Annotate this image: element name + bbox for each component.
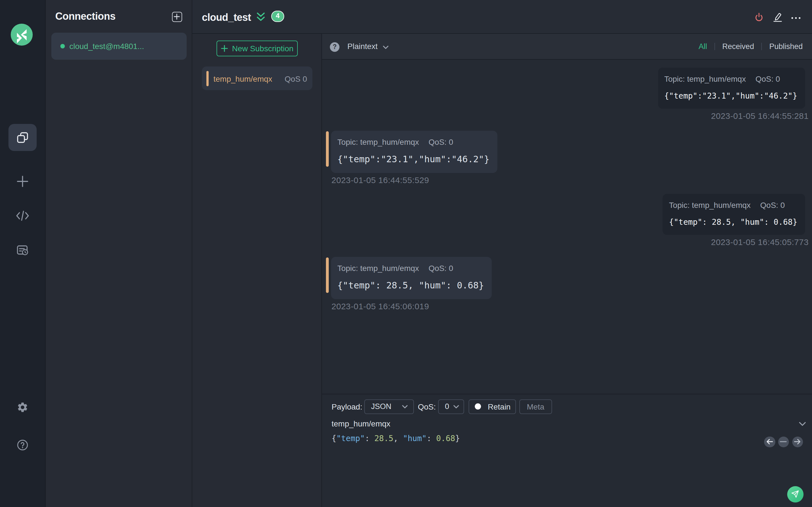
message-qos: QoS: 0	[755, 74, 780, 83]
message-topic: Topic: temp_hum/emqx	[338, 264, 419, 273]
message-bubble[interactable]: Topic: temp_hum/emqxQoS: 0 {"temp": 28.5…	[331, 257, 492, 299]
topic-color-bar	[326, 258, 329, 293]
mqttx-app-window: Connections cloud_test@m4801... cloud_te…	[0, 0, 812, 507]
arrow-right-icon	[794, 439, 801, 445]
mqttx-logo	[11, 24, 33, 46]
connection-name: cloud_test@m4801...	[69, 42, 144, 51]
left-icon-rail	[0, 0, 46, 507]
subscription-item[interactable]: temp_hum/emqx QoS 0	[202, 66, 312, 90]
payload-help-icon[interactable]: ?	[330, 42, 340, 52]
code-icon	[16, 210, 29, 221]
connections-icon	[16, 131, 29, 144]
published-message: Topic: temp_hum/emqxQoS: 0 {"temp": 28.5…	[663, 193, 805, 247]
message-timestamp: 2023-01-05 16:44:55:529	[332, 175, 497, 185]
topic-color-bar	[206, 71, 209, 86]
plus-icon	[174, 13, 180, 20]
send-button[interactable]	[787, 486, 803, 502]
sidebar-item-log[interactable]	[8, 237, 37, 264]
tab-separator	[714, 43, 715, 50]
message-topic: Topic: temp_hum/emqx	[338, 137, 419, 147]
sidebar-item-script[interactable]	[8, 202, 37, 229]
message-timestamp: 2023-01-05 16:45:06:019	[332, 301, 492, 312]
subscriptions-panel: New Subscription temp_hum/emqx QoS 0	[192, 34, 322, 507]
messages-toolbar: ? Plaintext All Received Published	[322, 34, 812, 59]
received-message: Topic: temp_hum/emqxQoS: 0 {"temp": 28.5…	[331, 257, 492, 312]
qos-label: QoS:	[418, 399, 436, 414]
meta-button[interactable]: Meta	[519, 399, 552, 414]
edit-connection-button[interactable]	[772, 12, 783, 22]
add-connection-button[interactable]	[172, 12, 182, 22]
collapse-panel-icon[interactable]	[257, 12, 265, 21]
message-topic: Topic: temp_hum/emqx	[664, 74, 746, 83]
message-qos: QoS: 0	[428, 137, 453, 147]
connections-panel: Connections cloud_test@m4801...	[46, 0, 192, 507]
paper-plane-icon	[791, 490, 799, 498]
message-list: Topic: temp_hum/emqxQoS: 0 {"temp":"23.1…	[322, 59, 812, 393]
message-payload: {"temp":"23.1","hum":"46.2"}	[664, 90, 797, 102]
page-title: cloud_test	[202, 12, 251, 24]
connection-list-item[interactable]: cloud_test@m4801...	[51, 33, 187, 60]
publish-panel: Payload: JSON QoS: 0 Retain Meta temp_hu…	[322, 393, 812, 507]
gear-icon	[17, 401, 29, 413]
chevron-down-icon	[402, 405, 408, 408]
chevron-down-icon	[453, 405, 459, 408]
help-icon	[16, 439, 29, 451]
messages-area: ? Plaintext All Received Published Topic…	[322, 34, 812, 507]
payload-format-select[interactable]: JSON	[364, 399, 414, 414]
history-prev-button[interactable]	[764, 436, 775, 447]
message-format-select[interactable]: Plaintext	[347, 42, 377, 51]
new-subscription-button[interactable]: New Subscription	[216, 41, 298, 56]
retain-toggle[interactable]: Retain	[469, 399, 516, 414]
publish-topic-input[interactable]: temp_hum/emqx	[332, 418, 391, 429]
tab-published[interactable]: Published	[769, 42, 803, 50]
plus-icon	[221, 45, 227, 52]
tab-all[interactable]: All	[699, 42, 707, 50]
message-bubble[interactable]: Topic: temp_hum/emqxQoS: 0 {"temp":"23.1…	[658, 68, 805, 109]
disconnect-button[interactable]	[754, 12, 764, 22]
retain-radio-icon	[475, 403, 481, 409]
payload-label: Payload:	[332, 399, 362, 414]
published-message: Topic: temp_hum/emqxQoS: 0 {"temp":"23.1…	[658, 68, 805, 121]
collapse-editor-icon[interactable]	[799, 421, 806, 426]
minus-icon	[780, 441, 787, 443]
message-payload: {"temp":"23.1","hum":"46.2"}	[338, 153, 490, 166]
sidebar-item-settings[interactable]	[8, 394, 37, 421]
message-qos: QoS: 0	[760, 200, 784, 209]
sidebar-item-help[interactable]	[8, 432, 37, 459]
chevron-down-icon[interactable]	[383, 45, 388, 49]
tab-received[interactable]: Received	[722, 42, 754, 50]
message-payload: {"temp": 28.5, "hum": 0.68}	[669, 216, 797, 228]
connected-status-dot	[60, 44, 65, 48]
subscription-qos: QoS 0	[285, 74, 307, 83]
topic-color-bar	[326, 131, 329, 167]
message-timestamp: 2023-01-05 16:44:55:281	[658, 111, 809, 121]
sidebar-item-connections[interactable]	[8, 124, 37, 151]
message-payload: {"temp": 28.5, "hum": 0.68}	[338, 279, 484, 292]
message-qos: QoS: 0	[428, 264, 453, 273]
message-bubble[interactable]: Topic: temp_hum/emqxQoS: 0 {"temp":"23.1…	[331, 131, 497, 173]
history-next-button[interactable]	[792, 436, 803, 447]
tab-separator	[761, 43, 762, 50]
more-options-button[interactable]	[791, 16, 801, 18]
arrow-left-icon	[766, 439, 773, 445]
message-topic: Topic: temp_hum/emqx	[669, 200, 751, 209]
qos-select[interactable]: 0	[438, 399, 464, 414]
connections-panel-title: Connections	[55, 11, 116, 22]
message-timestamp: 2023-01-05 16:45:05:773	[663, 237, 809, 247]
message-bubble[interactable]: Topic: temp_hum/emqxQoS: 0 {"temp": 28.5…	[663, 193, 805, 235]
log-icon	[16, 244, 29, 256]
message-count-badge: 4	[271, 11, 284, 22]
subscription-topic: temp_hum/emqx	[213, 74, 272, 83]
message-filter-tabs: All Received Published	[699, 42, 803, 50]
connection-header: cloud_test 4	[192, 0, 812, 34]
received-message: Topic: temp_hum/emqxQoS: 0 {"temp":"23.1…	[331, 131, 497, 185]
sidebar-item-new-connection[interactable]	[8, 168, 37, 195]
publish-payload-editor[interactable]: {"temp": 28.5, "hum": 0.68}	[332, 432, 460, 444]
history-clear-button[interactable]	[778, 436, 789, 447]
plus-icon	[16, 175, 29, 188]
